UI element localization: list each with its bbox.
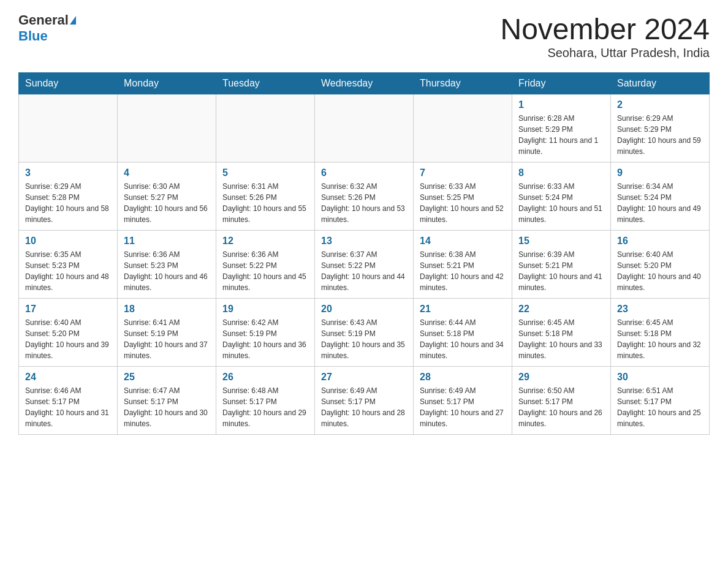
calendar-cell: 26Sunrise: 6:48 AM Sunset: 5:17 PM Dayli… [216,367,315,435]
day-info: Sunrise: 6:45 AM Sunset: 5:18 PM Dayligh… [617,317,703,361]
weekday-header-friday: Friday [512,73,611,94]
weekday-header-monday: Monday [118,73,216,94]
day-info: Sunrise: 6:47 AM Sunset: 5:17 PM Dayligh… [124,385,210,429]
calendar-cell: 15Sunrise: 6:39 AM Sunset: 5:21 PM Dayli… [512,231,611,299]
day-info: Sunrise: 6:41 AM Sunset: 5:19 PM Dayligh… [124,317,210,361]
calendar-cell: 29Sunrise: 6:50 AM Sunset: 5:17 PM Dayli… [512,367,611,435]
day-info: Sunrise: 6:49 AM Sunset: 5:17 PM Dayligh… [321,385,407,429]
calendar-cell: 21Sunrise: 6:44 AM Sunset: 5:18 PM Dayli… [414,299,512,367]
day-info: Sunrise: 6:48 AM Sunset: 5:17 PM Dayligh… [222,385,308,429]
day-number: 23 [617,304,703,315]
weekday-header-row: SundayMondayTuesdayWednesdayThursdayFrid… [19,73,710,94]
calendar-cell: 3Sunrise: 6:29 AM Sunset: 5:28 PM Daylig… [19,163,118,231]
weekday-header-thursday: Thursday [414,73,512,94]
calendar-cell: 20Sunrise: 6:43 AM Sunset: 5:19 PM Dayli… [315,299,414,367]
day-number: 25 [124,372,210,383]
day-number: 28 [420,372,506,383]
day-info: Sunrise: 6:51 AM Sunset: 5:17 PM Dayligh… [617,385,703,429]
day-info: Sunrise: 6:34 AM Sunset: 5:24 PM Dayligh… [617,181,703,225]
day-info: Sunrise: 6:29 AM Sunset: 5:28 PM Dayligh… [25,181,111,225]
day-number: 24 [25,372,111,383]
weekday-header-sunday: Sunday [19,73,118,94]
day-info: Sunrise: 6:29 AM Sunset: 5:29 PM Dayligh… [617,113,703,157]
day-number: 9 [617,167,703,178]
calendar-cell: 16Sunrise: 6:40 AM Sunset: 5:20 PM Dayli… [611,231,710,299]
day-number: 27 [321,372,407,383]
day-info: Sunrise: 6:30 AM Sunset: 5:27 PM Dayligh… [124,181,210,225]
weekday-header-wednesday: Wednesday [315,73,414,94]
calendar-cell: 11Sunrise: 6:36 AM Sunset: 5:23 PM Dayli… [118,231,216,299]
day-number: 11 [124,236,210,247]
calendar-cell: 17Sunrise: 6:40 AM Sunset: 5:20 PM Dayli… [19,299,118,367]
day-number: 8 [518,167,604,178]
day-info: Sunrise: 6:33 AM Sunset: 5:25 PM Dayligh… [420,181,506,225]
weekday-header-tuesday: Tuesday [216,73,315,94]
week-row-5: 24Sunrise: 6:46 AM Sunset: 5:17 PM Dayli… [19,367,710,435]
day-number: 30 [617,372,703,383]
calendar-cell: 8Sunrise: 6:33 AM Sunset: 5:24 PM Daylig… [512,163,611,231]
day-number: 20 [321,304,407,315]
calendar-cell: 25Sunrise: 6:47 AM Sunset: 5:17 PM Dayli… [118,367,216,435]
day-number: 6 [321,167,407,178]
calendar-cell: 23Sunrise: 6:45 AM Sunset: 5:18 PM Dayli… [611,299,710,367]
day-number: 12 [222,236,308,247]
calendar-cell: 14Sunrise: 6:38 AM Sunset: 5:21 PM Dayli… [414,231,512,299]
day-number: 7 [420,167,506,178]
calendar-cell: 27Sunrise: 6:49 AM Sunset: 5:17 PM Dayli… [315,367,414,435]
location: Seohara, Uttar Pradesh, India [500,46,710,60]
week-row-2: 3Sunrise: 6:29 AM Sunset: 5:28 PM Daylig… [19,163,710,231]
day-info: Sunrise: 6:44 AM Sunset: 5:18 PM Dayligh… [420,317,506,361]
calendar-cell: 4Sunrise: 6:30 AM Sunset: 5:27 PM Daylig… [118,163,216,231]
day-info: Sunrise: 6:37 AM Sunset: 5:22 PM Dayligh… [321,249,407,293]
month-title: November 2024 [500,12,710,46]
day-info: Sunrise: 6:49 AM Sunset: 5:17 PM Dayligh… [420,385,506,429]
calendar-cell: 5Sunrise: 6:31 AM Sunset: 5:26 PM Daylig… [216,163,315,231]
day-info: Sunrise: 6:35 AM Sunset: 5:23 PM Dayligh… [25,249,111,293]
day-number: 29 [518,372,604,383]
calendar-cell [118,94,216,163]
day-info: Sunrise: 6:38 AM Sunset: 5:21 PM Dayligh… [420,249,506,293]
day-number: 19 [222,304,308,315]
calendar-cell: 18Sunrise: 6:41 AM Sunset: 5:19 PM Dayli… [118,299,216,367]
week-row-3: 10Sunrise: 6:35 AM Sunset: 5:23 PM Dayli… [19,231,710,299]
week-row-4: 17Sunrise: 6:40 AM Sunset: 5:20 PM Dayli… [19,299,710,367]
calendar-cell [414,94,512,163]
day-number: 22 [518,304,604,315]
logo: General Blue [18,12,76,44]
calendar-cell [19,94,118,163]
calendar-cell: 24Sunrise: 6:46 AM Sunset: 5:17 PM Dayli… [19,367,118,435]
day-info: Sunrise: 6:32 AM Sunset: 5:26 PM Dayligh… [321,181,407,225]
day-number: 10 [25,236,111,247]
calendar-cell: 28Sunrise: 6:49 AM Sunset: 5:17 PM Dayli… [414,367,512,435]
header: General Blue November 2024 Seohara, Utta… [18,12,710,60]
day-info: Sunrise: 6:36 AM Sunset: 5:23 PM Dayligh… [124,249,210,293]
day-info: Sunrise: 6:33 AM Sunset: 5:24 PM Dayligh… [518,181,604,225]
calendar-cell: 13Sunrise: 6:37 AM Sunset: 5:22 PM Dayli… [315,231,414,299]
day-number: 3 [25,167,111,178]
day-number: 15 [518,236,604,247]
calendar-cell [216,94,315,163]
day-info: Sunrise: 6:40 AM Sunset: 5:20 PM Dayligh… [617,249,703,293]
calendar-cell: 10Sunrise: 6:35 AM Sunset: 5:23 PM Dayli… [19,231,118,299]
day-info: Sunrise: 6:36 AM Sunset: 5:22 PM Dayligh… [222,249,308,293]
day-number: 2 [617,99,703,110]
calendar-cell: 7Sunrise: 6:33 AM Sunset: 5:25 PM Daylig… [414,163,512,231]
day-info: Sunrise: 6:40 AM Sunset: 5:20 PM Dayligh… [25,317,111,361]
day-info: Sunrise: 6:50 AM Sunset: 5:17 PM Dayligh… [518,385,604,429]
calendar-cell: 30Sunrise: 6:51 AM Sunset: 5:17 PM Dayli… [611,367,710,435]
day-info: Sunrise: 6:31 AM Sunset: 5:26 PM Dayligh… [222,181,308,225]
day-number: 1 [518,99,604,110]
day-number: 5 [222,167,308,178]
calendar-cell: 22Sunrise: 6:45 AM Sunset: 5:18 PM Dayli… [512,299,611,367]
week-row-1: 1Sunrise: 6:28 AM Sunset: 5:29 PM Daylig… [19,94,710,163]
day-number: 14 [420,236,506,247]
calendar-cell: 9Sunrise: 6:34 AM Sunset: 5:24 PM Daylig… [611,163,710,231]
calendar-cell: 12Sunrise: 6:36 AM Sunset: 5:22 PM Dayli… [216,231,315,299]
day-number: 17 [25,304,111,315]
calendar-cell: 1Sunrise: 6:28 AM Sunset: 5:29 PM Daylig… [512,94,611,163]
day-info: Sunrise: 6:46 AM Sunset: 5:17 PM Dayligh… [25,385,111,429]
day-number: 26 [222,372,308,383]
calendar-cell [315,94,414,163]
day-number: 16 [617,236,703,247]
calendar-cell: 2Sunrise: 6:29 AM Sunset: 5:29 PM Daylig… [611,94,710,163]
